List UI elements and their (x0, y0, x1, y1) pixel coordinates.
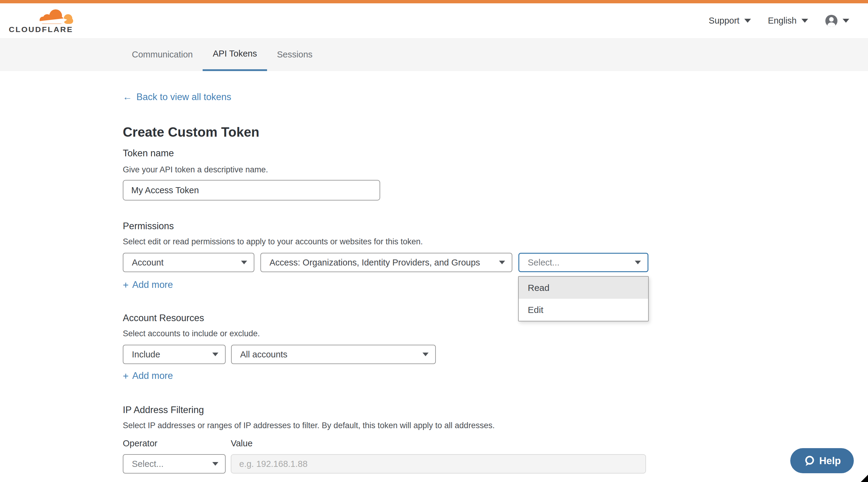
tab-sessions[interactable]: Sessions (267, 38, 323, 71)
permission-level-select[interactable]: Select... (518, 253, 648, 272)
ip-value-input[interactable] (231, 454, 646, 474)
mouse-cursor (861, 475, 868, 482)
value-label: Value (231, 439, 252, 448)
permissions-row: Account Access: Organizations, Identity … (123, 253, 648, 272)
cloudflare-logo[interactable]: CLOUDFLARE (9, 8, 74, 34)
permission-level-placeholder: Select... (528, 258, 559, 268)
ip-filtering-heading: IP Address Filtering (123, 405, 204, 415)
menu-item-read[interactable]: Read (519, 277, 648, 299)
account-resources-row: Include All accounts (123, 345, 436, 364)
account-resources-add-more-link[interactable]: + Add more (123, 371, 173, 381)
support-label: Support (709, 16, 740, 26)
ip-filtering-description: Select IP addresses or ranges of IP addr… (123, 421, 495, 430)
svg-text:CLOUDFLARE: CLOUDFLARE (9, 25, 73, 33)
help-button[interactable]: Help (790, 448, 854, 473)
brand-top-bar (0, 0, 868, 3)
account-scope-select[interactable]: All accounts (231, 345, 436, 364)
permission-scope-select[interactable]: Account (123, 253, 254, 272)
chevron-down-icon (802, 19, 808, 23)
language-menu[interactable]: English (768, 16, 808, 26)
back-to-tokens-link[interactable]: ← Back to view all tokens (123, 92, 231, 102)
chevron-down-icon (423, 353, 429, 356)
ip-filtering-row: Select... (123, 454, 226, 474)
support-menu[interactable]: Support (709, 16, 751, 26)
arrow-left-icon: ← (123, 92, 132, 102)
token-name-description: Give your API token a descriptive name. (123, 165, 268, 174)
language-label: English (768, 16, 797, 26)
token-name-input[interactable] (123, 180, 380, 200)
help-label: Help (819, 455, 841, 467)
ip-operator-placeholder: Select... (132, 459, 164, 469)
account-resources-heading: Account Resources (123, 313, 204, 324)
add-more-label: Add more (132, 371, 173, 381)
user-avatar-icon (825, 14, 838, 27)
permissions-heading: Permissions (123, 221, 174, 232)
page-title: Create Custom Token (123, 125, 259, 140)
account-scope-value: All accounts (240, 350, 287, 359)
chevron-down-icon (744, 19, 751, 23)
chat-bubble-icon (803, 455, 815, 467)
app-header: CLOUDFLARE Support English (0, 3, 868, 38)
back-link-label: Back to view all tokens (136, 92, 231, 102)
token-name-heading: Token name (123, 148, 174, 159)
plus-icon: + (123, 371, 128, 381)
permission-resource-select[interactable]: Access: Organizations, Identity Provider… (260, 253, 512, 272)
header-controls: Support English (709, 3, 849, 38)
menu-item-label: Read (528, 283, 550, 293)
account-include-value: Include (132, 350, 160, 359)
permissions-description: Select edit or read permissions to apply… (123, 237, 423, 247)
chevron-down-icon (212, 353, 218, 356)
account-menu[interactable] (825, 14, 849, 27)
permission-level-menu: Read Edit (518, 276, 649, 321)
create-custom-token-page: CLOUDFLARE Support English (0, 0, 868, 482)
tab-communication[interactable]: Communication (122, 38, 203, 71)
cloudflare-logo-icon: CLOUDFLARE (9, 8, 74, 33)
chevron-down-icon (635, 261, 641, 264)
tab-label: Communication (132, 50, 193, 60)
tab-label: Sessions (277, 50, 313, 60)
chevron-down-icon (843, 19, 849, 23)
add-more-label: Add more (132, 280, 173, 290)
menu-item-label: Edit (528, 305, 544, 315)
chevron-down-icon (499, 261, 505, 264)
profile-tabbar: Communication API Tokens Sessions (0, 38, 868, 71)
chevron-down-icon (241, 261, 247, 264)
menu-item-edit[interactable]: Edit (519, 299, 648, 321)
account-include-select[interactable]: Include (123, 345, 226, 364)
operator-label: Operator (123, 439, 157, 448)
plus-icon: + (123, 280, 128, 290)
ip-operator-select[interactable]: Select... (123, 454, 226, 474)
permission-scope-value: Account (132, 258, 164, 268)
permission-resource-value: Access: Organizations, Identity Provider… (270, 258, 480, 268)
tab-api-tokens[interactable]: API Tokens (203, 38, 267, 71)
account-resources-description: Select accounts to include or exclude. (123, 329, 260, 339)
chevron-down-icon (212, 462, 218, 466)
tab-label: API Tokens (213, 49, 257, 59)
permissions-add-more-link[interactable]: + Add more (123, 280, 173, 290)
